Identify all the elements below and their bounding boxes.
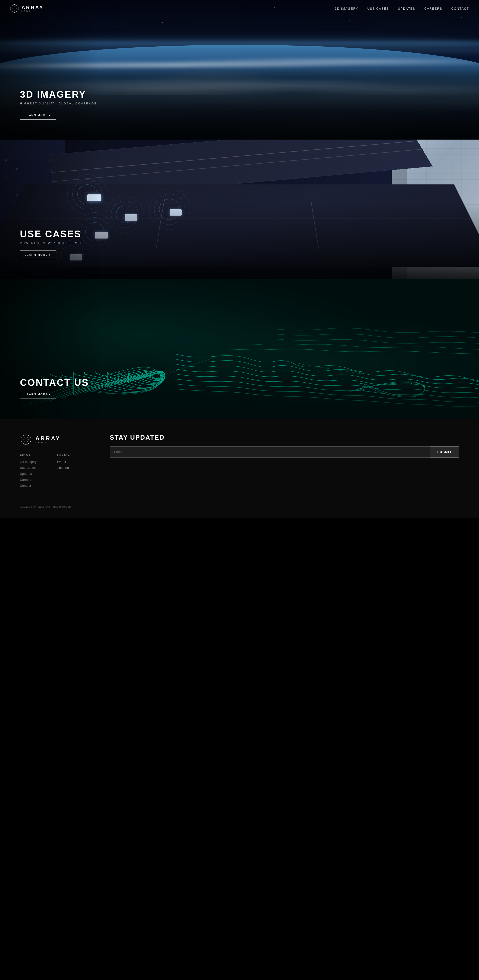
svg-point-46 — [24, 438, 24, 438]
footer-social-twitter[interactable]: Twitter — [57, 460, 70, 464]
footer-links-section: LINKS 3D Imagery Use Cases Updates Caree… — [20, 453, 90, 490]
svg-point-12 — [16, 7, 16, 7]
nav-links: 3D IMAGERY USE CASES UPDATES CAREERS CON… — [335, 6, 469, 11]
footer-social-col: SOCIAL Twitter LinkedIn — [57, 453, 70, 490]
footer-stay-updated: STAY UPDATED SUBMIT — [110, 434, 459, 458]
svg-point-2 — [16, 5, 17, 6]
svg-point-29 — [26, 434, 26, 436]
nav-item-contact[interactable]: CONTACT — [451, 6, 469, 11]
section-2-subtitle: POWERING NEW PERSPECTIVES — [20, 242, 83, 245]
svg-point-17 — [12, 8, 13, 9]
car-3-container — [95, 232, 108, 239]
logo-text-wrapper: ARRAY LABS — [21, 5, 44, 12]
svg-point-32 — [30, 441, 31, 442]
footer-brand-sub: LABS — [35, 441, 61, 444]
svg-point-40 — [27, 438, 28, 438]
svg-point-30 — [28, 435, 29, 436]
svg-point-9 — [10, 7, 11, 8]
nav-item-3d-imagery[interactable]: 3D IMAGERY — [335, 6, 359, 11]
footer-link-use-cases[interactable]: Use Cases — [20, 466, 37, 469]
svg-point-8 — [10, 10, 11, 10]
footer-logo-text: ARRAY LABS — [35, 436, 61, 444]
car-2-container — [125, 214, 137, 221]
footer-bottom: ©2023 Array Labs | All rights reserved. — [20, 500, 459, 508]
svg-point-10 — [12, 5, 13, 6]
svg-point-0 — [11, 5, 18, 13]
footer-link-contact[interactable]: Contact — [20, 484, 37, 487]
nav-link-3d-imagery[interactable]: 3D IMAGERY — [335, 7, 359, 11]
nav-item-use-cases[interactable]: USE CASES — [367, 6, 389, 11]
nav-link-use-cases[interactable]: USE CASES — [367, 7, 389, 11]
section-1-subtitle: HIGHEST QUALITY. GLOBAL COVERAGE. — [20, 102, 99, 105]
footer-social-title: SOCIAL — [57, 453, 70, 456]
footer-top: ARRAY LABS LINKS 3D Imagery Use Cases Up… — [20, 434, 459, 500]
svg-point-35 — [23, 443, 24, 444]
footer-social-linkedin[interactable]: LinkedIn — [57, 466, 70, 469]
svg-point-37 — [21, 438, 22, 438]
svg-point-45 — [23, 439, 24, 440]
nav-item-updates[interactable]: UPDATES — [398, 6, 415, 11]
svg-point-39 — [26, 437, 26, 437]
svg-point-14 — [16, 10, 16, 10]
svg-point-34 — [26, 444, 26, 445]
footer-brand-name: ARRAY — [35, 436, 61, 441]
section-3d-imagery: 3D IMAGERY HIGHEST QUALITY. GLOBAL COVER… — [0, 0, 479, 140]
nav-link-updates[interactable]: UPDATES — [398, 7, 415, 11]
svg-point-6 — [14, 12, 15, 13]
section-1-title: 3D IMAGERY — [20, 89, 99, 100]
svg-point-15 — [14, 11, 15, 11]
footer-link-3d-imagery[interactable]: 3D Imagery — [20, 460, 37, 464]
svg-point-43 — [26, 442, 26, 443]
nav-link-careers[interactable]: CAREERS — [425, 7, 442, 11]
svg-point-31 — [30, 438, 31, 438]
stay-updated-title: STAY UPDATED — [110, 434, 459, 441]
svg-point-4 — [18, 10, 19, 10]
svg-point-13 — [16, 8, 17, 9]
svg-point-3 — [18, 7, 19, 8]
footer-link-careers[interactable]: Careers — [20, 478, 37, 482]
svg-point-28 — [21, 435, 31, 445]
footer-links-col: LINKS 3D Imagery Use Cases Updates Caree… — [20, 453, 37, 490]
logo-subname: LABS — [21, 10, 44, 12]
section-3-title: CONTACT US — [20, 377, 89, 388]
submit-button[interactable]: SUBMIT — [430, 446, 459, 458]
nav-item-careers[interactable]: CAREERS — [425, 6, 442, 11]
footer-links-title: LINKS — [20, 453, 37, 456]
section-3-content: CONTACT US LEARN MORE ▸ — [20, 377, 89, 399]
svg-point-16 — [13, 10, 13, 10]
footer-logo-icon — [20, 434, 32, 445]
svg-point-11 — [14, 6, 15, 6]
nav-link-contact[interactable]: CONTACT — [451, 7, 469, 11]
svg-point-44 — [24, 441, 24, 442]
logo[interactable]: ARRAY LABS — [10, 4, 44, 13]
section-2-learn-more-btn[interactable]: LEARN MORE ▸ — [20, 250, 56, 259]
svg-point-33 — [28, 443, 29, 444]
svg-point-36 — [21, 441, 22, 442]
svg-point-18 — [13, 7, 13, 7]
navbar: ARRAY LABS 3D IMAGERY USE CASES UPDATES … — [0, 0, 479, 17]
footer-logo-section: ARRAY LABS LINKS 3D Imagery Use Cases Up… — [20, 434, 90, 490]
car-1-container — [87, 194, 101, 201]
footer-logo[interactable]: ARRAY LABS — [20, 434, 90, 445]
section-1-learn-more-btn[interactable]: LEARN MORE ▸ — [20, 111, 56, 119]
email-input[interactable] — [110, 446, 430, 458]
email-form: SUBMIT — [110, 446, 459, 458]
svg-point-38 — [23, 435, 24, 436]
section-contact: CONTACT US LEARN MORE ▸ — [0, 279, 479, 419]
logo-name: ARRAY — [21, 5, 44, 10]
section-use-cases: USE CASES POWERING NEW PERSPECTIVES LEAR… — [0, 140, 479, 279]
logo-icon — [10, 4, 19, 13]
footer-copyright: ©2023 Array Labs | All rights reserved. — [20, 505, 72, 508]
car-4-container — [170, 209, 182, 216]
svg-point-42 — [27, 441, 28, 442]
footer-link-updates[interactable]: Updates — [20, 472, 37, 476]
section-2-title: USE CASES — [20, 229, 83, 240]
svg-point-41 — [29, 439, 29, 440]
svg-point-7 — [12, 11, 13, 12]
footer: ARRAY LABS LINKS 3D Imagery Use Cases Up… — [0, 419, 479, 518]
section-2-content: USE CASES POWERING NEW PERSPECTIVES LEAR… — [20, 229, 83, 259]
horizon-glow — [0, 40, 479, 47]
svg-point-5 — [16, 11, 17, 12]
section-3-learn-more-btn[interactable]: LEARN MORE ▸ — [20, 390, 56, 399]
section-1-content: 3D IMAGERY HIGHEST QUALITY. GLOBAL COVER… — [20, 89, 99, 119]
